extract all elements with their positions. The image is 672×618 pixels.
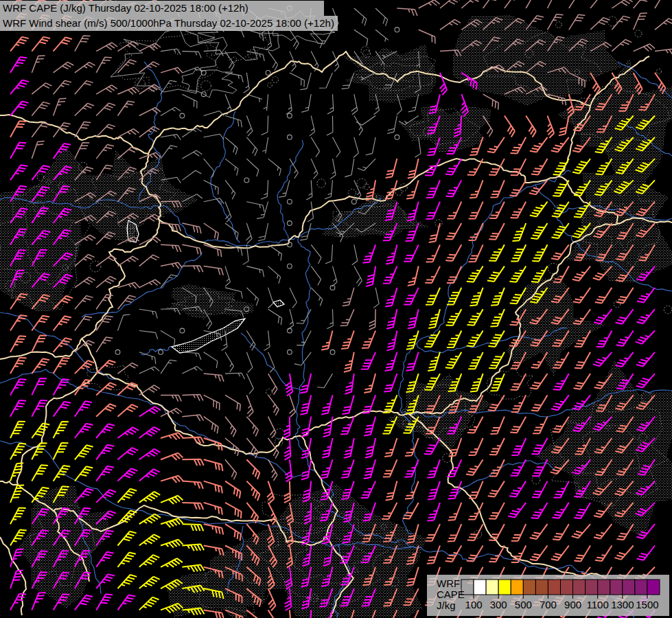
wind-barb [551, 137, 569, 152]
wind-barb [531, 395, 548, 411]
wind-barb [505, 116, 515, 137]
wind-barb [182, 565, 204, 572]
wind-barb [513, 223, 526, 241]
wind-barb [489, 459, 505, 476]
wind-barb [118, 60, 137, 73]
wind-barb [246, 159, 259, 176]
wind-barb [32, 37, 50, 52]
wind-barb [75, 122, 91, 137]
legend-cell [573, 580, 586, 595]
wind-barb [574, 374, 591, 389]
wind-barb [637, 288, 655, 303]
wind-barb [96, 145, 114, 159]
wind-barb [487, 137, 505, 152]
wind-barb [552, 223, 569, 238]
wind-barb [225, 137, 237, 154]
wind-barb [225, 180, 235, 199]
wind-barb [511, 459, 526, 476]
wind-barb [225, 481, 240, 499]
wind-barb [490, 417, 505, 434]
wind-barb [75, 143, 89, 159]
wind-barb [204, 266, 224, 275]
wind-barb [614, 546, 633, 560]
wind-barb [264, 94, 268, 111]
wind-barb [595, 546, 612, 562]
terrain-ring [443, 454, 452, 463]
wind-barb [301, 94, 311, 112]
wind-barb [268, 503, 277, 525]
wind-barb [511, 438, 526, 455]
wind-barb [54, 443, 69, 459]
wind-barb [469, 202, 483, 219]
wind-barb [332, 266, 338, 287]
terrain-ring [395, 189, 402, 195]
wind-barb [427, 459, 440, 478]
title-wind-shear: WRF Wind shear (m/s) 500/1000hPa Thursda… [0, 16, 338, 31]
wind-barb [526, 0, 542, 8]
wind-barb [428, 481, 440, 500]
wind-barb [440, 73, 447, 95]
wind-barb [290, 288, 297, 308]
wind-barb [139, 555, 160, 567]
wind-barb [553, 266, 569, 283]
terrain-bakony [163, 284, 253, 319]
wind-barb [139, 514, 161, 525]
wind-barb [161, 558, 183, 567]
wind-barb [354, 30, 368, 45]
wind-barb [509, 180, 526, 196]
wind-barb [300, 395, 311, 414]
wind-barb [405, 459, 419, 477]
wind-barb [594, 524, 612, 538]
wind-barb [204, 610, 224, 618]
wind-barb [118, 129, 139, 137]
wind-barb [300, 73, 311, 90]
wind-barb [139, 534, 160, 545]
wind-barb [10, 57, 27, 73]
wind-barb [262, 116, 268, 135]
river [141, 347, 172, 355]
wind-barb [161, 135, 181, 140]
terrain-ring [266, 389, 272, 395]
legend-tick-label: 300 [490, 599, 507, 610]
legend-tick-label: 1100 [587, 599, 609, 610]
wind-barb [551, 395, 569, 410]
wind-barb [509, 266, 526, 282]
wind-barb [505, 0, 522, 8]
wind-barb [386, 309, 397, 329]
wind-barb [634, 13, 647, 30]
wind-barb [419, 30, 435, 43]
wind-barb [531, 159, 548, 174]
wind-barb [10, 165, 27, 180]
wind-barb [204, 417, 218, 434]
wind-barb [655, 49, 672, 55]
wind-barb [118, 595, 136, 610]
wind-barb [118, 87, 139, 95]
wind-barb [75, 317, 92, 331]
wind-barb [288, 309, 294, 330]
wind-barb [10, 507, 26, 524]
legend-cell [523, 580, 535, 595]
wind-barb [32, 141, 44, 159]
wind-barb [470, 374, 483, 392]
wind-barb [343, 288, 354, 306]
wind-barb [246, 94, 262, 102]
wind-barb [96, 466, 114, 481]
wind-barb [244, 73, 249, 93]
wind-barb [490, 309, 505, 326]
wind-barb [75, 401, 92, 416]
lake-velence [273, 300, 284, 307]
wind-barb [32, 378, 47, 395]
wind-barb [383, 395, 397, 413]
wind-barb [340, 417, 354, 435]
wind-barb [204, 395, 220, 410]
wind-barb [161, 433, 183, 439]
wind-barb [467, 546, 483, 562]
wind-barb [386, 159, 397, 178]
legend-title-line: J/kg [437, 599, 456, 611]
wind-barb [358, 159, 375, 170]
legend-cell [535, 580, 548, 595]
wind-barb [404, 288, 418, 305]
wind-barb [488, 395, 505, 411]
wind-barb [10, 594, 26, 610]
wind-barb [322, 438, 332, 458]
